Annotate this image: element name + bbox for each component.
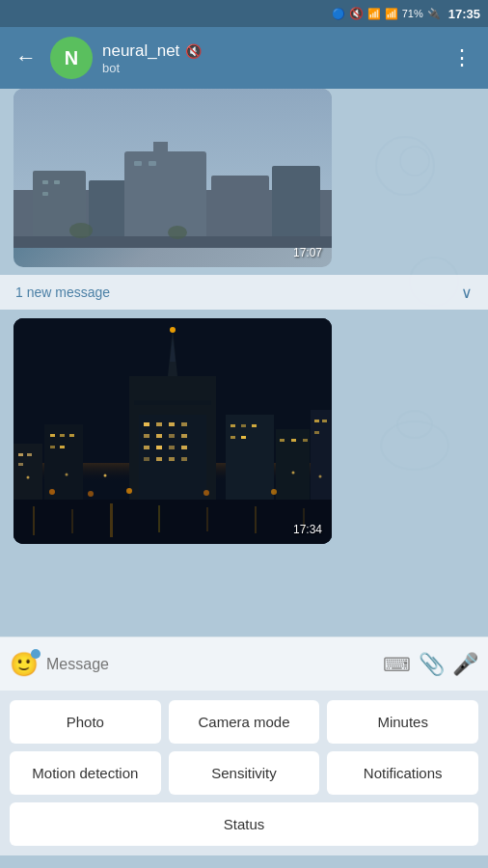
svg-rect-51 [156,457,162,461]
svg-rect-59 [241,436,246,439]
mute-indicator: 🔇 [185,43,202,59]
svg-rect-53 [181,457,187,461]
chevron-down-icon: ∨ [461,284,473,302]
svg-rect-46 [144,446,149,449]
svg-point-0 [376,137,434,195]
svg-point-76 [49,489,55,495]
svg-rect-48 [169,446,175,449]
svg-rect-13 [54,180,60,184]
battery-percent: 71% [402,8,423,19]
status-button[interactable]: Status [10,802,478,846]
minutes-button[interactable]: Minutes [327,700,478,744]
svg-point-19 [168,226,187,239]
svg-rect-15 [134,161,142,166]
wifi-icon: 📶 [367,8,381,20]
svg-rect-67 [322,420,327,422]
svg-rect-65 [314,420,319,422]
header-info: neural_net 🔇 bot [102,41,438,75]
svg-rect-29 [69,434,74,437]
svg-point-77 [88,491,94,497]
svg-point-1 [400,147,429,176]
mute-icon: 🔇 [349,7,364,20]
svg-rect-40 [169,422,175,426]
attach-button[interactable]: 📎 [419,652,445,677]
chat-area: 17:07 1 new message ∨ [0,89,488,637]
svg-rect-39 [156,422,162,426]
svg-point-82 [66,474,68,476]
status-icons: 🔵 🔇 📶 📶 71% 🔌 [332,7,441,20]
message-image-1: 17:07 [14,89,332,267]
svg-rect-44 [169,434,175,438]
svg-rect-69 [33,506,35,535]
chat-header: ← N neural_net 🔇 bot ⋮ [0,27,488,89]
svg-rect-57 [252,424,257,427]
svg-rect-58 [230,436,235,439]
svg-rect-9 [153,142,168,156]
svg-rect-52 [169,457,175,461]
svg-point-84 [292,472,295,475]
chat-name: neural_net 🔇 [102,41,438,61]
svg-rect-56 [241,424,246,427]
mic-button[interactable]: 🎤 [452,652,478,677]
svg-rect-43 [156,434,162,438]
svg-rect-42 [144,434,149,438]
svg-rect-28 [60,434,65,437]
signal-icon: 📶 [385,8,398,20]
svg-rect-68 [14,500,332,544]
svg-rect-73 [206,507,208,531]
chat-status: bot [102,61,438,75]
new-message-divider[interactable]: 1 new message ∨ [0,275,488,310]
svg-rect-30 [50,446,55,448]
svg-point-80 [271,489,277,495]
svg-rect-38 [144,422,149,426]
svg-rect-55 [230,424,235,427]
svg-rect-62 [291,439,296,442]
svg-point-78 [126,488,132,494]
notifications-button[interactable]: Notifications [327,751,478,795]
svg-point-83 [104,475,107,477]
keyboard-button[interactable]: ⌨ [383,653,411,676]
status-bar: 🔵 🔇 📶 📶 71% 🔌 17:35 [0,0,488,27]
back-button[interactable]: ← [12,41,41,74]
svg-rect-71 [110,503,113,537]
svg-rect-27 [50,434,55,437]
battery-icon: 🔌 [427,8,441,20]
svg-point-4 [397,411,432,438]
svg-rect-23 [18,453,23,456]
svg-point-85 [319,475,322,478]
svg-point-81 [27,476,30,479]
sensitivity-button[interactable]: Sensitivity [169,751,320,795]
svg-rect-24 [27,453,32,456]
svg-rect-11 [272,166,320,248]
avatar: N [50,37,93,79]
motion-detection-button[interactable]: Motion detection [10,751,161,795]
bot-buttons: Photo Camera mode Minutes Motion detecti… [0,691,488,855]
svg-rect-50 [144,457,149,461]
svg-rect-41 [181,422,187,426]
button-row-2: Motion detection Sensitivity Notificatio… [10,751,478,795]
svg-point-18 [69,223,93,238]
svg-rect-74 [255,506,257,533]
svg-rect-61 [280,439,285,442]
more-options-button[interactable]: ⋮ [447,41,476,74]
photo-button[interactable]: Photo [10,700,161,744]
svg-rect-12 [42,180,48,184]
svg-rect-70 [71,509,73,533]
svg-point-3 [381,421,448,470]
svg-rect-49 [181,446,187,449]
status-time: 17:35 [448,7,480,21]
svg-rect-16 [149,161,156,166]
input-bar: 🙂 ⌨ 📎 🎤 [0,637,488,691]
message-time-1: 17:07 [293,246,322,259]
svg-rect-66 [314,431,319,434]
svg-rect-36 [134,400,211,405]
camera-mode-button[interactable]: Camera mode [169,700,320,744]
svg-rect-14 [42,192,48,196]
message-input[interactable] [46,646,375,683]
button-row-1: Photo Camera mode Minutes [10,700,478,744]
emoji-button-container[interactable]: 🙂 [10,651,39,678]
message-image-2: 17:34 [14,318,332,544]
svg-rect-63 [303,439,308,442]
svg-point-35 [170,327,176,333]
svg-rect-25 [18,463,23,466]
